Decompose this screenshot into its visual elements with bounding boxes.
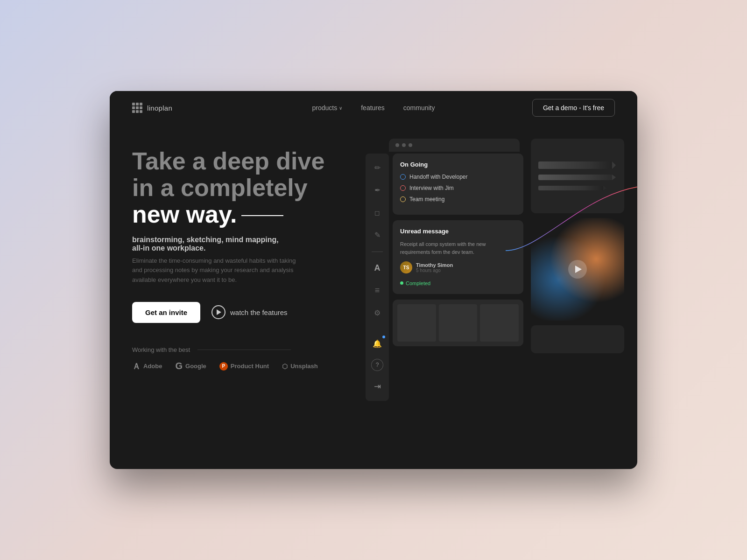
message-author: TS Timothy Simon 5 hours ago bbox=[400, 261, 516, 273]
get-demo-button[interactable]: Get a demo - It's free bbox=[532, 99, 615, 117]
chrome-dot-2 bbox=[402, 143, 406, 147]
pencil-tip-3 bbox=[603, 186, 606, 190]
unsplash-icon: ⬡ bbox=[282, 363, 288, 370]
mini-bar-2 bbox=[439, 304, 478, 342]
chrome-dot-1 bbox=[395, 143, 399, 147]
bell-icon-wrap: 🔔 bbox=[370, 336, 384, 350]
small-panel bbox=[531, 325, 624, 353]
pencil-icon[interactable]: ✒ bbox=[370, 183, 384, 197]
hero-right: ✏ ✒ ◻ ✎ A ≡ ⚙ 🔔 ? ⇥ bbox=[366, 139, 615, 469]
bell-icon[interactable]: 🔔 bbox=[370, 336, 384, 350]
message-body: Receipt all comp system with the new req… bbox=[400, 240, 516, 256]
notification-dot bbox=[382, 336, 385, 338]
partner-producthunt: P Product Hunt bbox=[219, 362, 269, 371]
pencil-item-2 bbox=[538, 175, 617, 180]
message-time: 5 hours ago bbox=[416, 268, 453, 273]
mini-bar-3 bbox=[480, 304, 519, 342]
logo-area[interactable]: linoplan bbox=[132, 103, 172, 113]
nav-links: products ∨ features community bbox=[312, 104, 435, 112]
pen-icon[interactable]: ✏ bbox=[370, 161, 384, 175]
task-circle-red bbox=[400, 185, 406, 191]
nav-features[interactable]: features bbox=[361, 104, 385, 112]
mini-bar-1 bbox=[397, 304, 436, 342]
author-name: Timothy Simon bbox=[416, 262, 453, 268]
ongoing-card: On Going Handoff with Developer Intervie… bbox=[393, 154, 523, 215]
app-sidebar: ✏ ✒ ◻ ✎ A ≡ ⚙ 🔔 ? ⇥ bbox=[366, 154, 389, 401]
browser-window: linoplan products ∨ features community G… bbox=[110, 91, 637, 469]
pencil-tip-1 bbox=[612, 161, 616, 169]
ongoing-title: On Going bbox=[400, 161, 516, 168]
pencil-item-1 bbox=[538, 161, 617, 169]
eraser-icon[interactable]: ◻ bbox=[370, 206, 384, 220]
status-dot bbox=[400, 281, 403, 285]
task-item-2: Interview with Jim bbox=[400, 185, 516, 191]
hero-actions: Get an invite watch the features bbox=[132, 302, 356, 323]
partner-adobe: Ａ Adobe bbox=[132, 361, 162, 372]
play-circle-icon bbox=[211, 305, 226, 319]
task-item-1: Handoff with Developer bbox=[400, 174, 516, 180]
pencil-tip-2 bbox=[612, 175, 616, 180]
video-play-button[interactable] bbox=[568, 260, 587, 279]
get-invite-button[interactable]: Get an invite bbox=[132, 302, 200, 323]
hero-title: Take a deep dive in a completely new way… bbox=[132, 148, 356, 228]
app-browser-chrome bbox=[389, 139, 520, 152]
nav-products[interactable]: products ∨ bbox=[312, 104, 343, 112]
main-content: Take a deep dive in a completely new way… bbox=[110, 125, 637, 469]
partner-google: G Google bbox=[175, 361, 206, 371]
cards-area: On Going Handoff with Developer Intervie… bbox=[393, 154, 523, 346]
chrome-dot-3 bbox=[409, 143, 412, 147]
adobe-icon: Ａ bbox=[132, 361, 141, 372]
author-avatar: TS bbox=[400, 261, 412, 273]
play-triangle-icon bbox=[217, 309, 221, 315]
hero-description: Eliminate the time-consuming and wastefu… bbox=[132, 256, 300, 285]
pencil-3 bbox=[538, 186, 604, 190]
play-icon bbox=[575, 266, 582, 273]
task-circle-yellow bbox=[400, 196, 406, 202]
task-circle-blue bbox=[400, 174, 406, 180]
message-card: Unread message Receipt all comp system w… bbox=[393, 220, 523, 294]
watch-features-button[interactable]: watch the features bbox=[211, 305, 288, 319]
help-icon[interactable]: ? bbox=[371, 359, 383, 371]
settings-icon[interactable]: ⚙ bbox=[370, 306, 384, 320]
logo-text: linoplan bbox=[147, 104, 172, 112]
partners-label: Working with the best bbox=[132, 346, 356, 353]
title-underline bbox=[241, 215, 283, 216]
pencil-item-3 bbox=[538, 186, 617, 190]
navbar: linoplan products ∨ features community G… bbox=[110, 91, 637, 125]
list-icon[interactable]: ≡ bbox=[370, 283, 384, 297]
bottom-card bbox=[393, 300, 523, 346]
partners-divider bbox=[197, 350, 291, 350]
logout-icon[interactable]: ⇥ bbox=[370, 379, 384, 393]
pencil-2 bbox=[538, 175, 613, 180]
partners-section: Working with the best Ａ Adobe G Google P… bbox=[132, 346, 356, 372]
task-item-3: Team meeting bbox=[400, 196, 516, 203]
right-panels bbox=[531, 139, 624, 353]
status-badge: Completed bbox=[400, 280, 430, 286]
logo-grid-icon bbox=[132, 103, 142, 113]
photo-panel bbox=[531, 218, 624, 321]
partner-unsplash: ⬡ Unsplash bbox=[282, 363, 318, 370]
google-icon: G bbox=[175, 361, 183, 371]
author-info: Timothy Simon 5 hours ago bbox=[416, 262, 453, 273]
pencil-1 bbox=[538, 161, 613, 169]
chevron-down-icon: ∨ bbox=[339, 105, 342, 111]
hero-left: Take a deep dive in a completely new way… bbox=[132, 139, 356, 469]
sidebar-divider bbox=[372, 252, 383, 252]
pencil-panel bbox=[531, 139, 624, 213]
producthunt-icon: P bbox=[219, 362, 228, 371]
text-icon[interactable]: A bbox=[370, 261, 384, 275]
message-title: Unread message bbox=[400, 228, 516, 235]
nav-community[interactable]: community bbox=[403, 104, 435, 112]
partners-logos: Ａ Adobe G Google P Product Hunt ⬡ Unspla… bbox=[132, 361, 356, 372]
hero-subtitle: brainstorming, sketching, mind mapping, … bbox=[132, 236, 356, 252]
marker-icon[interactable]: ✎ bbox=[370, 228, 384, 242]
